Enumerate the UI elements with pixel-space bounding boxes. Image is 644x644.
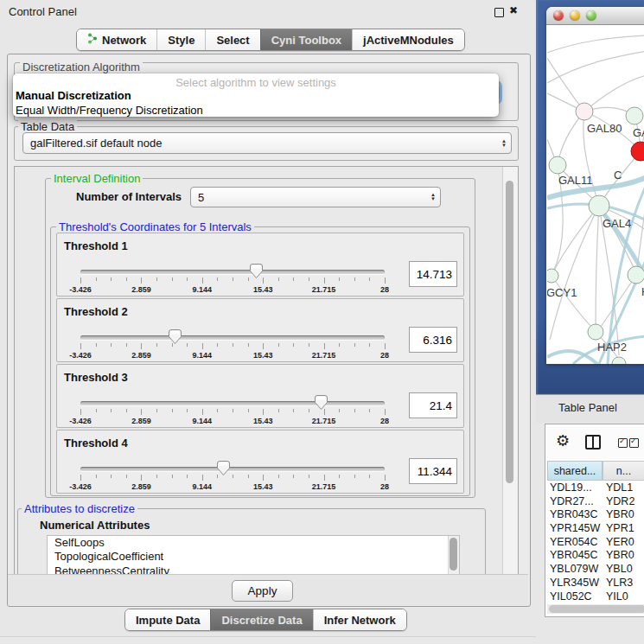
table-row[interactable]: YBR045CYBR0 bbox=[547, 549, 644, 563]
popup-item-manual-discretization[interactable]: Manual Discretization bbox=[13, 88, 499, 103]
cell-shared-name[interactable]: YBR045C bbox=[547, 549, 603, 563]
slider-tick bbox=[96, 409, 97, 412]
gear-icon[interactable]: ⚙ bbox=[556, 431, 570, 450]
threshold-value-field[interactable]: 21.4 bbox=[409, 392, 457, 418]
table-row[interactable]: YPR145WYPR1 bbox=[547, 522, 644, 536]
slider-thumb[interactable] bbox=[169, 329, 182, 344]
screen: Control Panel ✖ NetworkStyleSelectCyni T… bbox=[0, 0, 644, 644]
close-panel-icon[interactable]: ✖ bbox=[509, 4, 518, 16]
table-row[interactable]: YIL052CYIL0 bbox=[547, 590, 644, 603]
tab-label: Discretize Data bbox=[221, 614, 302, 627]
slider-tick bbox=[80, 343, 81, 349]
attributes-scrollbar-track[interactable] bbox=[448, 536, 459, 576]
network-node[interactable] bbox=[588, 324, 603, 340]
network-node-selected[interactable] bbox=[631, 142, 644, 161]
number-of-intervals-combobox[interactable]: 5 ▲▼ bbox=[190, 187, 441, 207]
tab-jactivemnodules[interactable]: jActiveMNodules bbox=[352, 29, 464, 50]
table-row[interactable]: YBL079WYBL0 bbox=[547, 563, 644, 577]
cell-name[interactable]: YDR2 bbox=[603, 495, 644, 509]
tab-infer-network[interactable]: Infer Network bbox=[313, 609, 406, 630]
cell-name[interactable]: YER0 bbox=[603, 536, 644, 550]
table-hscrollbar-thumb[interactable] bbox=[549, 605, 644, 613]
slider-scale-label: 21.715 bbox=[312, 417, 336, 425]
network-canvas[interactable]: GAL80GACGAL11GAL4GCY1HHAP2 bbox=[547, 25, 644, 364]
attribute-item-selfloops[interactable]: SelfLoops bbox=[48, 536, 459, 550]
table-hscrollbar-track[interactable] bbox=[547, 604, 644, 614]
cell-name[interactable]: YBR0 bbox=[603, 508, 644, 522]
attributes-scrollbar-thumb[interactable] bbox=[450, 538, 457, 571]
tab-select[interactable]: Select bbox=[205, 29, 259, 50]
zoom-window-icon[interactable] bbox=[586, 10, 596, 21]
tab-network[interactable]: Network bbox=[77, 29, 156, 50]
slider-tick bbox=[263, 277, 264, 284]
cell-name[interactable]: YBL0 bbox=[603, 563, 644, 577]
slider-thumb[interactable] bbox=[217, 461, 230, 475]
cell-shared-name[interactable]: YBL079W bbox=[547, 563, 603, 577]
columns-icon[interactable] bbox=[585, 435, 601, 450]
cell-shared-name[interactable]: YDL19... bbox=[547, 481, 603, 495]
cell-name[interactable]: YLR3 bbox=[603, 577, 644, 590]
table-row[interactable]: YDL19...YDL1 bbox=[547, 481, 644, 495]
network-node[interactable] bbox=[628, 266, 644, 284]
table-row[interactable]: YDR27...YDR2 bbox=[547, 495, 644, 509]
table-row[interactable]: YLR345WYLR3 bbox=[547, 577, 644, 590]
cell-name[interactable]: YPR1 bbox=[603, 522, 644, 536]
slider-tick bbox=[156, 343, 157, 347]
tab-discretize-data[interactable]: Discretize Data bbox=[210, 609, 312, 630]
tab-impute-data[interactable]: Impute Data bbox=[125, 609, 210, 630]
float-panel-icon[interactable] bbox=[494, 8, 504, 17]
cell-name[interactable]: YDL1 bbox=[603, 481, 644, 495]
checkbox-icon[interactable] bbox=[618, 438, 628, 448]
apply-button[interactable]: Apply bbox=[232, 580, 293, 602]
network-node[interactable] bbox=[547, 269, 558, 283]
slider-tick bbox=[309, 277, 309, 281]
threshold-value-field[interactable]: 6.316 bbox=[409, 327, 457, 353]
attribute-item-topologicalcoefficient[interactable]: TopologicalCoefficient bbox=[48, 550, 459, 564]
tab-label: Select bbox=[216, 34, 249, 47]
column-header-shared-name[interactable]: shared... bbox=[547, 461, 603, 481]
network-node[interactable] bbox=[589, 195, 609, 216]
slider-scale-label: 9.144 bbox=[193, 351, 213, 360]
slider-scale-label: 9.144 bbox=[193, 285, 213, 294]
cell-name[interactable]: YBR0 bbox=[603, 549, 644, 563]
settings-scrollbar-thumb[interactable] bbox=[506, 181, 513, 483]
cell-shared-name[interactable]: YER054C bbox=[547, 536, 603, 550]
table-row[interactable]: YBR043CYBR0 bbox=[547, 508, 644, 522]
slider-thumb[interactable] bbox=[315, 395, 328, 410]
slider-track[interactable] bbox=[80, 335, 385, 340]
slider-scale-label: 28 bbox=[380, 482, 389, 491]
slider-tick bbox=[369, 475, 370, 478]
minimize-window-icon[interactable] bbox=[570, 10, 580, 21]
slider-track[interactable] bbox=[80, 401, 385, 405]
tab-style[interactable]: Style bbox=[156, 29, 205, 50]
checkbox-icon[interactable] bbox=[629, 438, 639, 448]
network-edge bbox=[547, 58, 584, 112]
table-row[interactable]: YER054CYER0 bbox=[547, 536, 644, 550]
threshold-box-2: Threshold 2-3.4262.8599.14415.4321.71528… bbox=[56, 298, 464, 362]
slider-thumb[interactable] bbox=[250, 264, 263, 278]
slider-tick bbox=[141, 475, 142, 481]
slider-tick bbox=[156, 277, 157, 281]
network-node[interactable] bbox=[626, 107, 643, 124]
threshold-value-field[interactable]: 11.344 bbox=[409, 458, 457, 484]
popup-item-equal-width-frequency[interactable]: Equal Width/Frequency Discretization bbox=[13, 103, 499, 118]
network-node[interactable] bbox=[612, 357, 626, 364]
slider-track[interactable] bbox=[80, 467, 385, 471]
slider-track[interactable] bbox=[80, 270, 385, 274]
network-node[interactable] bbox=[549, 156, 566, 174]
column-header-name[interactable]: n... bbox=[603, 461, 644, 481]
cell-shared-name[interactable]: YIL052C bbox=[547, 590, 603, 603]
close-window-icon[interactable] bbox=[553, 10, 564, 21]
tab-cyni-toolbox[interactable]: Cyni Toolbox bbox=[260, 29, 352, 50]
cell-shared-name[interactable]: YLR345W bbox=[547, 577, 603, 590]
cell-shared-name[interactable]: YPR145W bbox=[547, 522, 603, 536]
slider-tick bbox=[172, 409, 173, 412]
table-data-combobox[interactable]: galFiltered.sif default node ▲▼ bbox=[22, 132, 512, 154]
cell-name[interactable]: YIL0 bbox=[603, 590, 644, 603]
slider-tick bbox=[187, 475, 188, 478]
network-window-titlebar[interactable] bbox=[546, 7, 644, 25]
threshold-value-field[interactable]: 14.713 bbox=[409, 261, 457, 287]
cell-shared-name[interactable]: YBR043C bbox=[547, 508, 603, 522]
cell-shared-name[interactable]: YDR27... bbox=[547, 495, 603, 509]
network-node[interactable] bbox=[576, 103, 593, 120]
